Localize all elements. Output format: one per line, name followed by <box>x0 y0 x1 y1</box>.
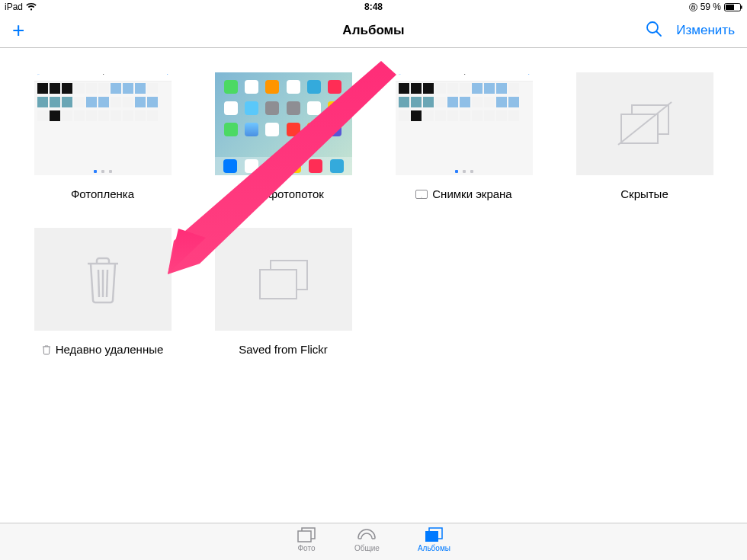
album-label: Недавно удаленные <box>42 343 164 356</box>
battery-icon <box>724 3 742 11</box>
page-title: Альбомы <box>342 23 404 38</box>
svg-rect-21 <box>425 531 438 542</box>
album-thumbnail <box>34 228 172 331</box>
ipad-icon <box>415 190 428 199</box>
album-thumbnail: ←•• <box>34 72 172 175</box>
tab-albums[interactable]: Альбомы <box>418 526 450 560</box>
album-label: Скрытые <box>620 187 668 200</box>
svg-rect-3 <box>741 5 742 8</box>
search-icon[interactable] <box>646 21 662 40</box>
album-screenshots[interactable]: ←•• <box>386 72 542 200</box>
album-saved-flickr[interactable]: Saved from Flickr <box>205 228 361 356</box>
status-bar: iPad 8:48 59 % <box>0 0 747 14</box>
tab-bar: Фото Общие Альбомы <box>0 523 747 560</box>
tab-label: Фото <box>298 544 316 552</box>
svg-rect-2 <box>726 5 734 10</box>
nav-right: Изменить <box>646 21 735 40</box>
status-right: 59 % <box>689 2 742 12</box>
stack-icon <box>249 253 318 306</box>
album-thumbnail <box>215 228 352 331</box>
albums-grid: ←•• Фотопленка <box>0 48 747 380</box>
svg-point-0 <box>689 3 697 11</box>
album-label: Фотопленка <box>71 187 134 200</box>
album-photo-stream[interactable]: Мой фотопоток <box>205 72 361 200</box>
album-label: Saved from Flickr <box>239 343 328 356</box>
nav-left: + <box>12 20 24 41</box>
album-camera-roll[interactable]: ←•• Фотопленка <box>24 72 181 200</box>
rotation-lock-icon <box>689 3 697 11</box>
status-time: 8:48 <box>364 2 383 12</box>
battery-text: 59 % <box>701 2 721 12</box>
shared-icon <box>357 526 377 543</box>
tab-shared[interactable]: Общие <box>354 526 380 560</box>
tab-label: Альбомы <box>418 544 450 552</box>
hidden-icon <box>611 98 679 151</box>
svg-line-5 <box>657 32 662 37</box>
svg-line-11 <box>98 270 99 297</box>
album-label: Мой фотопоток <box>242 187 324 200</box>
trash-mini-icon <box>42 344 51 355</box>
album-thumbnail <box>215 72 352 175</box>
tab-photos[interactable]: Фото <box>297 526 316 560</box>
svg-rect-19 <box>298 531 311 542</box>
album-label: Снимки экрана <box>415 187 511 200</box>
tab-label: Общие <box>354 544 380 552</box>
svg-rect-15 <box>260 270 297 299</box>
edit-button[interactable]: Изменить <box>676 23 735 38</box>
album-thumbnail <box>576 72 713 175</box>
nav-bar: + Альбомы Изменить <box>0 14 747 47</box>
svg-point-7 <box>422 197 422 197</box>
trash-icon <box>80 253 126 306</box>
album-recently-deleted[interactable]: Недавно удаленные <box>24 228 181 356</box>
add-button[interactable]: + <box>12 18 24 42</box>
photos-icon <box>297 526 316 543</box>
wifi-icon <box>26 3 37 11</box>
svg-line-13 <box>107 270 107 297</box>
albums-icon <box>424 526 444 543</box>
album-thumbnail: ←•• <box>396 72 533 175</box>
status-left: iPad <box>5 2 37 12</box>
album-hidden[interactable]: Скрытые <box>566 72 723 200</box>
device-label: iPad <box>5 2 23 12</box>
